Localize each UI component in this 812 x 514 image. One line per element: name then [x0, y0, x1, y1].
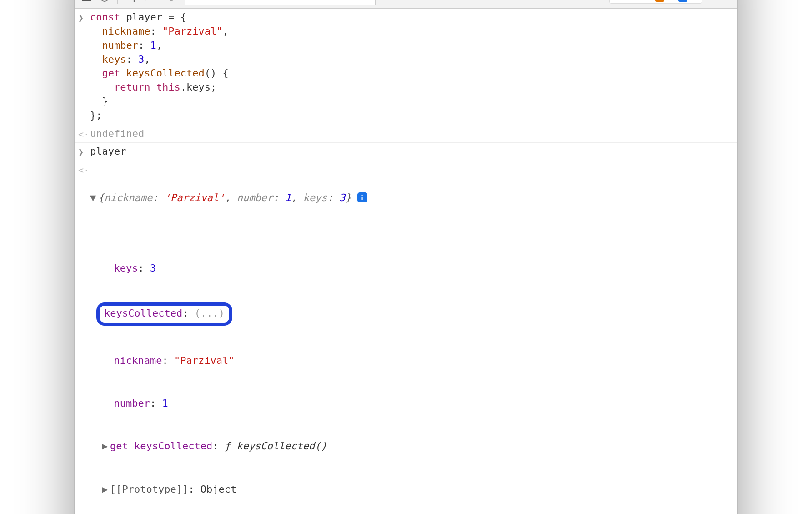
execution-context-value: top — [125, 0, 138, 3]
expand-arrow-icon[interactable]: ▶ — [102, 483, 110, 497]
proto-key: [[Prototype]] — [110, 484, 188, 495]
svg-rect-3 — [82, 0, 90, 1]
info-icon: ❐ — [678, 0, 687, 2]
chevron-down-icon: ▼ — [141, 0, 150, 3]
property-row[interactable]: keys: 3 — [102, 261, 733, 276]
property-row[interactable]: number: 1 — [102, 396, 733, 411]
function-f-icon: ƒ — [225, 440, 237, 452]
expand-arrow-icon[interactable]: ▼ — [90, 191, 98, 205]
prop-value: 3 — [150, 262, 156, 274]
getter-value: keysCollected() — [236, 440, 327, 452]
prop-key: keysCollected — [104, 307, 182, 319]
output-chevron-icon: <· — [78, 127, 90, 141]
console-code-input[interactable]: const player = { nickname: "Parzival", n… — [90, 10, 733, 122]
object-result: ▼{nickname: 'Parzival', number: 1, keys:… — [90, 163, 733, 514]
execution-context-selector[interactable]: top ▼ — [125, 0, 150, 3]
prototype-row[interactable]: ▶[[Prototype]]: Object — [102, 482, 733, 497]
console-eval-input[interactable]: player — [90, 145, 733, 159]
chevron-down-icon: ▼ — [446, 0, 456, 3]
console-input-row: ❯ const player = { nickname: "Parzival",… — [75, 9, 737, 125]
log-levels-selector[interactable]: Default levels ▼ — [386, 0, 456, 3]
info-badge-icon[interactable]: i — [357, 192, 367, 202]
proto-value: Object — [200, 484, 236, 495]
property-row-highlighted[interactable]: keysCollected: (...) — [102, 304, 733, 325]
input-chevron-icon: ❯ — [78, 145, 90, 159]
output-chevron-icon: <· — [78, 163, 90, 514]
console-settings-gear-icon[interactable] — [715, 0, 731, 4]
devtools-window: DevTools - www.google.com/ Elements Cons… — [74, 0, 738, 514]
console-sidebar-toggle-icon[interactable] — [81, 0, 92, 3]
expand-arrow-icon[interactable]: ▶ — [102, 439, 110, 454]
live-expression-eye-icon[interactable] — [165, 0, 177, 3]
object-tree: keys: 3 keysCollected: (...) nickname: "… — [90, 233, 733, 514]
issues-warn-count: 1 — [669, 0, 674, 2]
prop-value: "Parzival" — [174, 355, 234, 366]
prop-key: keys — [114, 262, 138, 274]
prop-key: number — [114, 398, 150, 409]
prop-value: 1 — [162, 398, 168, 409]
result-undefined: undefined — [90, 127, 733, 141]
log-levels-value: Default levels — [386, 0, 444, 3]
prop-key: nickname — [114, 355, 162, 366]
property-row[interactable]: nickname: "Parzival" — [102, 353, 733, 368]
warning-icon: ! — [655, 0, 664, 2]
issues-label: 3 Issues: — [614, 0, 651, 2]
svg-point-5 — [100, 0, 109, 1]
filter-input[interactable] — [185, 0, 376, 5]
console-messages: ❯ const player = { nickname: "Parzival",… — [75, 9, 737, 514]
getter-ellipsis[interactable]: (...) — [195, 307, 225, 319]
console-input-row: ❯ player — [75, 143, 737, 161]
console-result-row: <· undefined — [75, 125, 737, 143]
console-toolbar: top ▼ Default levels ▼ 3 Issues: ! 1 ❐ 2 — [75, 0, 737, 9]
issues-info-count: 2 — [692, 0, 697, 2]
console-result-row: <· ▼{nickname: 'Parzival', number: 1, ke… — [75, 161, 737, 514]
clear-console-icon[interactable] — [99, 0, 110, 3]
input-chevron-icon: ❯ — [78, 10, 90, 122]
getter-row[interactable]: ▶get keysCollected: ƒ keysCollected() — [102, 439, 733, 454]
getter-key: get keysCollected — [110, 440, 212, 452]
issues-summary[interactable]: 3 Issues: ! 1 ❐ 2 — [609, 0, 702, 4]
object-preview-line[interactable]: ▼{nickname: 'Parzival', number: 1, keys:… — [90, 191, 733, 205]
